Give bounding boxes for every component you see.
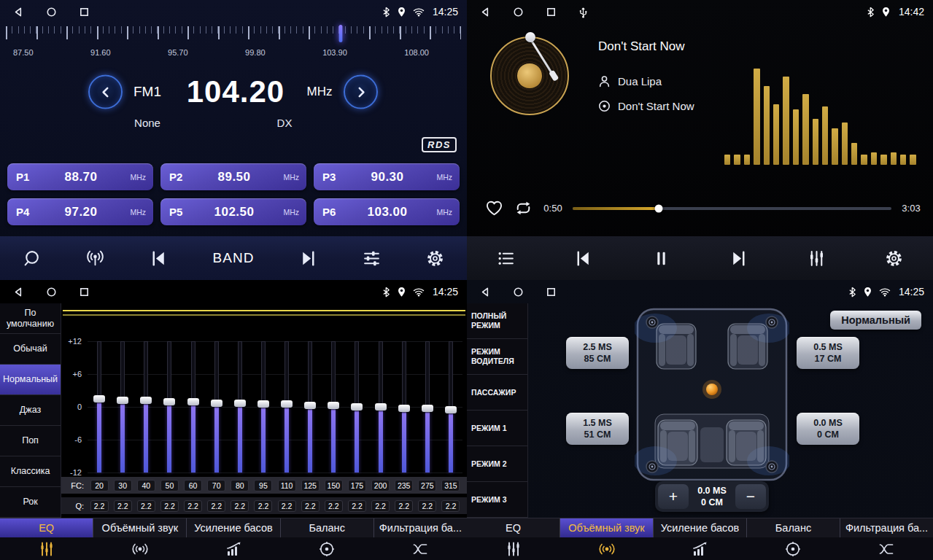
decrease-delay-button[interactable]: − xyxy=(735,484,766,509)
audio-tab[interactable]: Фильтрация ба... xyxy=(840,518,933,537)
surround-icon[interactable] xyxy=(560,537,654,560)
frequency-ruler[interactable]: 87.5091.6095.7099.80103.90108.00 xyxy=(6,25,461,66)
eq-band-slider[interactable] xyxy=(416,341,439,472)
eq-band-slider[interactable] xyxy=(158,341,181,472)
audio-tab[interactable]: Усиление басов xyxy=(187,518,280,537)
eq-band-slider[interactable] xyxy=(298,341,322,472)
eq-preset-item[interactable]: По умолчанию xyxy=(0,303,61,334)
eq-band-slider[interactable] xyxy=(134,341,158,472)
eq-slider-handle[interactable] xyxy=(258,400,269,408)
eq-slider-handle[interactable] xyxy=(93,395,105,402)
back-icon[interactable] xyxy=(13,287,24,298)
favorite-icon[interactable] xyxy=(484,198,504,218)
eq-preset-item[interactable]: Джаз xyxy=(0,395,61,426)
tuner-needle[interactable] xyxy=(338,25,342,42)
audio-tab[interactable]: Баланс xyxy=(747,518,840,537)
pause-icon[interactable] xyxy=(651,249,671,268)
audio-tab[interactable]: EQ xyxy=(467,518,560,537)
eq-band-slider[interactable] xyxy=(111,341,134,472)
surround-mode-item[interactable]: РЕЖИМ 2 xyxy=(467,446,527,482)
repeat-icon[interactable] xyxy=(514,198,533,218)
back-icon[interactable] xyxy=(13,7,24,18)
audio-tab[interactable]: Объёмный звук xyxy=(93,518,187,537)
eq-slider-handle[interactable] xyxy=(422,405,433,412)
recents-icon[interactable] xyxy=(546,7,557,18)
mixer-icon[interactable] xyxy=(807,249,826,268)
delay-rear-left-button[interactable]: 1.5 MS 51 CM xyxy=(566,413,629,445)
settings-icon[interactable] xyxy=(425,249,445,268)
eq-slider-handle[interactable] xyxy=(281,400,293,408)
eq-band-slider[interactable] xyxy=(88,341,111,472)
bass-boost-icon[interactable] xyxy=(187,537,280,560)
bass-boost-icon[interactable] xyxy=(654,537,747,560)
home-icon[interactable] xyxy=(513,7,524,18)
recents-icon[interactable] xyxy=(79,287,90,298)
tune-down-button[interactable] xyxy=(88,75,123,109)
eq-slider-handle[interactable] xyxy=(375,403,387,411)
eq-slider-handle[interactable] xyxy=(140,397,152,404)
settings-icon[interactable] xyxy=(884,249,904,268)
balance-icon[interactable] xyxy=(746,537,840,560)
tone-sliders-icon[interactable] xyxy=(362,249,382,268)
home-icon[interactable] xyxy=(513,287,524,298)
eq-band-slider[interactable] xyxy=(252,341,275,472)
crossover-icon[interactable] xyxy=(840,537,933,560)
eq-slider-handle[interactable] xyxy=(234,400,246,407)
eq-slider-handle[interactable] xyxy=(445,406,457,413)
scan-icon[interactable] xyxy=(22,249,42,268)
eq-slider-handle[interactable] xyxy=(304,402,316,409)
back-icon[interactable] xyxy=(480,287,491,298)
crossover-icon[interactable] xyxy=(373,537,467,560)
next-icon[interactable] xyxy=(729,249,748,268)
eq-slider-handle[interactable] xyxy=(117,397,128,404)
surround-icon[interactable] xyxy=(93,537,187,560)
delay-front-left-button[interactable]: 2.5 MS 85 CM xyxy=(566,337,629,369)
surround-mode-item[interactable]: ПОЛНЫЙ РЕЖИМ xyxy=(467,303,527,339)
surround-mode-item[interactable]: РЕЖИМ ВОДИТЕЛЯ xyxy=(467,339,527,375)
audio-tab[interactable]: Объёмный звук xyxy=(560,518,654,537)
previous-icon[interactable] xyxy=(573,249,593,268)
seek-bar-thumb[interactable] xyxy=(654,204,662,212)
sound-profile-button[interactable]: Нормальный xyxy=(830,311,921,330)
next-icon[interactable] xyxy=(298,249,318,268)
eq-preset-item[interactable]: Классика xyxy=(0,456,61,487)
previous-icon[interactable] xyxy=(149,249,169,268)
preset-button[interactable]: P3 90.30 MHz xyxy=(314,163,460,190)
home-icon[interactable] xyxy=(46,7,57,18)
preset-button[interactable]: P5 102.50 MHz xyxy=(160,198,306,225)
eq-slider-handle[interactable] xyxy=(351,403,363,411)
equalizer-icon[interactable] xyxy=(467,537,560,560)
delay-front-right-button[interactable]: 0.5 MS 17 CM xyxy=(797,337,859,369)
audio-tab[interactable]: Фильтрация ба... xyxy=(374,518,467,537)
seek-bar[interactable] xyxy=(573,207,891,210)
eq-preset-item[interactable]: Поп xyxy=(0,426,61,456)
eq-band-slider[interactable] xyxy=(205,341,228,472)
eq-band-slider[interactable] xyxy=(345,341,368,472)
tune-up-button[interactable] xyxy=(344,75,378,109)
audio-tab[interactable]: Баланс xyxy=(281,518,374,537)
preset-button[interactable]: P6 103.00 MHz xyxy=(314,198,460,225)
recents-icon[interactable] xyxy=(546,287,557,298)
recents-icon[interactable] xyxy=(79,7,90,18)
eq-preset-item[interactable]: Нормальный xyxy=(0,365,61,395)
band-button[interactable]: BAND xyxy=(213,250,255,266)
eq-band-slider[interactable] xyxy=(392,341,416,472)
eq-slider-handle[interactable] xyxy=(163,398,175,405)
audio-tab[interactable]: Усиление басов xyxy=(654,518,747,537)
balance-icon[interactable] xyxy=(280,537,373,560)
eq-band-slider[interactable] xyxy=(182,341,205,472)
eq-preset-item[interactable]: Обычай xyxy=(0,334,61,365)
eq-slider-handle[interactable] xyxy=(398,405,410,412)
home-icon[interactable] xyxy=(46,287,57,298)
surround-mode-item[interactable]: РЕЖИМ 3 xyxy=(467,482,527,518)
equalizer-icon[interactable] xyxy=(0,537,93,560)
increase-delay-button[interactable]: + xyxy=(658,484,689,509)
eq-band-slider[interactable] xyxy=(228,341,252,472)
eq-band-slider[interactable] xyxy=(439,341,462,472)
playlist-icon[interactable] xyxy=(496,249,516,268)
eq-slider-handle[interactable] xyxy=(328,402,339,409)
audio-tab[interactable]: EQ xyxy=(0,518,93,537)
eq-band-slider[interactable] xyxy=(275,341,298,472)
preset-button[interactable]: P1 88.70 MHz xyxy=(7,163,153,190)
eq-slider-handle[interactable] xyxy=(211,400,222,407)
